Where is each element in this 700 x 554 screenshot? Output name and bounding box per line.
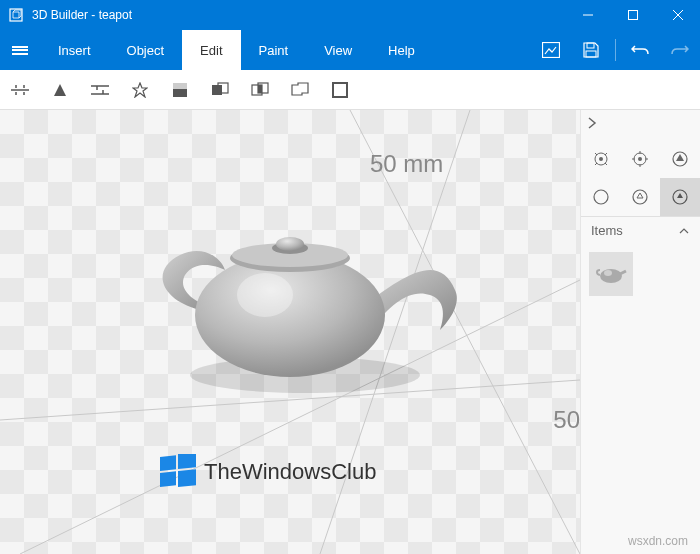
svg-rect-6 (587, 43, 594, 48)
teapot-model[interactable] (130, 200, 470, 400)
watermark: TheWindowsClub (160, 454, 376, 490)
edit-toolbar (0, 70, 700, 110)
tab-view[interactable]: View (306, 30, 370, 70)
svg-point-37 (237, 273, 293, 317)
merge-tool[interactable] (200, 70, 240, 110)
svg-marker-13 (54, 84, 66, 96)
tab-insert[interactable]: Insert (40, 30, 109, 70)
svg-rect-38 (160, 455, 176, 471)
svg-line-46 (595, 163, 597, 165)
tab-paint[interactable]: Paint (241, 30, 307, 70)
svg-marker-60 (677, 193, 683, 198)
subtract-tool[interactable] (280, 70, 320, 110)
extrude-tool[interactable] (320, 70, 360, 110)
source-watermark: wsxdn.com (628, 534, 688, 548)
tab-edit[interactable]: Edit (182, 30, 240, 70)
svg-rect-26 (333, 83, 347, 97)
smooth-tool[interactable] (80, 70, 120, 110)
svg-point-56 (594, 190, 608, 204)
items-list (581, 244, 700, 304)
hollow-tool[interactable] (160, 70, 200, 110)
svg-rect-7 (586, 51, 596, 57)
svg-rect-39 (178, 454, 196, 469)
tab-insert-label: Insert (58, 43, 91, 58)
hamburger-menu-button[interactable] (0, 30, 40, 70)
svg-point-49 (638, 157, 642, 161)
minimize-button[interactable] (565, 0, 610, 30)
redo-button[interactable] (660, 30, 700, 70)
tab-paint-label: Paint (259, 43, 289, 58)
svg-rect-5 (543, 43, 560, 58)
tab-help-label: Help (388, 43, 415, 58)
tab-edit-label: Edit (200, 43, 222, 58)
tab-object[interactable]: Object (109, 30, 183, 70)
emboss-tool[interactable] (120, 70, 160, 110)
3d-viewport[interactable]: 50 mm 50 (0, 110, 580, 554)
window-title: 3D Builder - teapot (32, 8, 565, 22)
titlebar: 3D Builder - teapot (0, 0, 700, 30)
items-label: Items (591, 223, 623, 238)
mode-tool-3[interactable] (660, 140, 700, 178)
dimension-label-x: 50 mm (370, 150, 443, 178)
items-header[interactable]: Items (581, 216, 700, 244)
dimension-label-y: 50 (553, 406, 580, 434)
menubar: Insert Object Edit Paint View Help (0, 30, 700, 70)
mode-tool-4[interactable] (581, 178, 621, 216)
intersect-tool[interactable] (240, 70, 280, 110)
svg-marker-18 (133, 83, 147, 97)
side-panel: Items (580, 110, 700, 554)
save-button[interactable] (571, 30, 611, 70)
tab-view-label: View (324, 43, 352, 58)
split-tool[interactable] (0, 70, 40, 110)
menu-divider (615, 39, 616, 61)
svg-line-45 (605, 153, 607, 155)
simplify-tool[interactable] (40, 70, 80, 110)
mode-tool-1[interactable] (581, 140, 621, 178)
svg-rect-41 (178, 469, 196, 487)
tab-object-label: Object (127, 43, 165, 58)
svg-line-44 (595, 153, 597, 155)
chevron-up-icon (678, 227, 690, 235)
svg-rect-40 (160, 471, 176, 487)
tab-help[interactable]: Help (370, 30, 433, 70)
watermark-text: TheWindowsClub (204, 459, 376, 485)
mode-tool-2[interactable] (621, 140, 661, 178)
svg-rect-0 (10, 9, 22, 21)
svg-point-36 (276, 237, 304, 251)
svg-point-62 (604, 270, 612, 276)
svg-rect-2 (628, 11, 637, 20)
close-button[interactable] (655, 0, 700, 30)
mode-tool-5[interactable] (621, 178, 661, 216)
app-icon (8, 7, 24, 23)
svg-marker-58 (637, 193, 643, 198)
collapse-panel-button[interactable] (581, 110, 700, 140)
svg-marker-55 (676, 154, 684, 161)
image-button[interactable] (531, 30, 571, 70)
windows-logo-icon (160, 454, 196, 490)
svg-rect-25 (258, 85, 262, 93)
svg-point-43 (599, 157, 603, 161)
svg-rect-20 (173, 83, 187, 89)
maximize-button[interactable] (610, 0, 655, 30)
mode-tool-6[interactable] (660, 178, 700, 216)
svg-line-47 (605, 163, 607, 165)
undo-button[interactable] (620, 30, 660, 70)
item-thumbnail-teapot[interactable] (589, 252, 633, 296)
